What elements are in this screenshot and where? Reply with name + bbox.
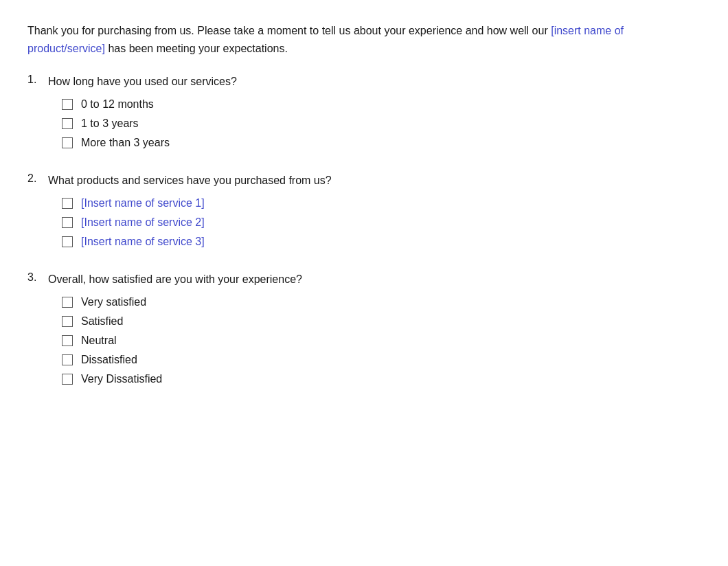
options-list-2: [Insert name of service 1][Insert name o… bbox=[62, 197, 701, 248]
option-label-2-3: [Insert name of service 3] bbox=[81, 236, 205, 248]
question-item-1: 1.How long have you used our services?0 … bbox=[27, 73, 701, 156]
option-item-1-2: 1 to 3 years bbox=[62, 117, 701, 130]
question-number-1: 1. bbox=[27, 73, 48, 86]
option-label-3-1: Very satisfied bbox=[81, 296, 146, 308]
question-item-2: 2.What products and services have you pu… bbox=[27, 172, 701, 255]
questions-list: 1.How long have you used our services?0 … bbox=[27, 73, 701, 392]
option-item-2-2: [Insert name of service 2] bbox=[62, 216, 701, 229]
question-item-3: 3.Overall, how satisfied are you with yo… bbox=[27, 271, 701, 392]
option-item-3-1: Very satisfied bbox=[62, 296, 701, 308]
option-label-3-3: Neutral bbox=[81, 335, 117, 347]
checkbox-2-3[interactable] bbox=[62, 236, 73, 247]
option-item-1-1: 0 to 12 months bbox=[62, 98, 701, 111]
option-label-1-1: 0 to 12 months bbox=[81, 98, 154, 111]
checkbox-2-2[interactable] bbox=[62, 217, 73, 228]
question-number-3: 3. bbox=[27, 271, 48, 284]
option-label-1-3: More than 3 years bbox=[81, 137, 170, 149]
option-item-3-5: Very Dissatisfied bbox=[62, 373, 701, 385]
checkbox-1-2[interactable] bbox=[62, 118, 73, 129]
question-text-2: What products and services have you purc… bbox=[48, 172, 701, 189]
question-text-1: How long have you used our services? bbox=[48, 73, 701, 90]
option-item-2-3: [Insert name of service 3] bbox=[62, 236, 701, 248]
option-item-3-2: Satisfied bbox=[62, 315, 701, 328]
option-label-3-2: Satisfied bbox=[81, 315, 123, 328]
option-label-3-4: Dissatisfied bbox=[81, 354, 137, 366]
option-item-3-4: Dissatisfied bbox=[62, 354, 701, 366]
question-content-3: Overall, how satisfied are you with your… bbox=[48, 271, 701, 392]
checkbox-2-1[interactable] bbox=[62, 198, 73, 209]
option-item-1-3: More than 3 years bbox=[62, 137, 701, 149]
checkbox-3-5[interactable] bbox=[62, 374, 73, 385]
options-list-3: Very satisfiedSatisfiedNeutralDissatisfi… bbox=[62, 296, 701, 385]
question-content-1: How long have you used our services?0 to… bbox=[48, 73, 701, 156]
options-list-1: 0 to 12 months1 to 3 yearsMore than 3 ye… bbox=[62, 98, 701, 149]
checkbox-3-3[interactable] bbox=[62, 335, 73, 346]
question-text-3: Overall, how satisfied are you with your… bbox=[48, 271, 701, 288]
intro-text-after-link: has been meeting your expectations. bbox=[105, 43, 288, 54]
question-content-2: What products and services have you purc… bbox=[48, 172, 701, 255]
option-label-2-1: [Insert name of service 1] bbox=[81, 197, 205, 210]
checkbox-3-1[interactable] bbox=[62, 297, 73, 308]
question-number-2: 2. bbox=[27, 172, 48, 185]
checkbox-3-2[interactable] bbox=[62, 316, 73, 327]
option-label-3-5: Very Dissatisfied bbox=[81, 373, 162, 385]
option-label-2-2: [Insert name of service 2] bbox=[81, 216, 205, 229]
checkbox-1-3[interactable] bbox=[62, 137, 73, 148]
option-label-1-2: 1 to 3 years bbox=[81, 117, 139, 130]
intro-text-before-link: Thank you for purchasing from us. Please… bbox=[27, 25, 551, 36]
option-item-2-1: [Insert name of service 1] bbox=[62, 197, 701, 210]
checkbox-1-1[interactable] bbox=[62, 99, 73, 110]
checkbox-3-4[interactable] bbox=[62, 354, 73, 365]
option-item-3-3: Neutral bbox=[62, 335, 701, 347]
intro-paragraph: Thank you for purchasing from us. Please… bbox=[27, 22, 701, 57]
